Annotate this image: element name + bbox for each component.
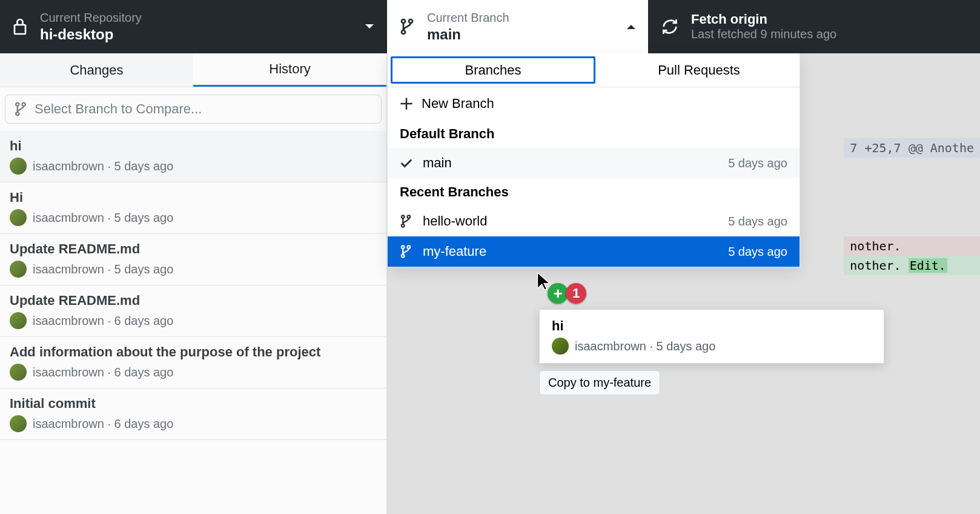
- commit-item[interactable]: Initial commit isaacmbrown · 6 days ago: [0, 389, 386, 440]
- plus-badge-icon: +: [548, 283, 568, 304]
- branch-item-hello-world[interactable]: hello-world 5 days ago: [388, 206, 800, 236]
- tab-branches[interactable]: Branches: [391, 56, 595, 84]
- app-header: Current Repository hi-desktop Current Br…: [0, 0, 980, 53]
- svg-point-7: [402, 215, 405, 218]
- branch-icon: [400, 244, 414, 259]
- check-icon: [400, 156, 414, 170]
- branch-dropdown-panel: Branches Pull Requests New Branch Defaul…: [387, 53, 800, 267]
- dragged-commit-card: hi isaacmbrown · 5 days ago: [539, 309, 884, 364]
- svg-point-9: [402, 224, 405, 227]
- count-badge: 1: [566, 283, 586, 304]
- svg-point-8: [407, 215, 410, 218]
- fetch-status: Last fetched 9 minutes ago: [691, 27, 968, 41]
- svg-point-6: [16, 112, 19, 115]
- tab-pull-requests[interactable]: Pull Requests: [598, 53, 800, 87]
- svg-point-12: [402, 255, 405, 258]
- svg-point-4: [16, 103, 19, 106]
- svg-point-1: [402, 19, 405, 23]
- avatar: [10, 364, 27, 381]
- svg-point-5: [22, 103, 25, 106]
- sidebar-tabs: Changes History: [0, 53, 386, 87]
- new-branch-button[interactable]: New Branch: [388, 87, 800, 120]
- recent-branches-header: Recent Branches: [388, 178, 800, 206]
- tab-history[interactable]: History: [193, 53, 386, 87]
- branch-item-my-feature[interactable]: my-feature 5 days ago: [388, 236, 800, 267]
- commit-item[interactable]: Update README.md isaacmbrown · 6 days ag…: [0, 285, 386, 337]
- avatar: [10, 158, 27, 175]
- repo-label: Current Repository: [40, 11, 365, 25]
- svg-rect-0: [15, 25, 25, 34]
- default-branch-header: Default Branch: [388, 120, 800, 148]
- current-branch-selector[interactable]: Current Branch main: [387, 0, 649, 53]
- sync-icon: [661, 18, 679, 36]
- commit-item[interactable]: hi isaacmbrown · 5 days ago: [0, 131, 386, 182]
- lock-icon: [12, 18, 28, 36]
- repo-name: hi-desktop: [40, 26, 365, 43]
- branch-label: Current Branch: [427, 11, 626, 25]
- chevron-up-icon: [626, 21, 636, 32]
- svg-point-10: [402, 245, 405, 249]
- svg-point-11: [407, 245, 410, 249]
- branch-icon: [400, 214, 414, 229]
- commit-item[interactable]: Add information about the purpose of the…: [0, 337, 386, 389]
- drag-cursor: + 1: [537, 272, 586, 304]
- commit-list: hi isaacmbrown · 5 days ago Hi isaacmbro…: [0, 131, 386, 440]
- commit-item[interactable]: Update README.md isaacmbrown · 5 days ag…: [0, 234, 386, 285]
- avatar: [10, 312, 27, 329]
- fetch-title: Fetch origin: [691, 12, 968, 27]
- avatar: [552, 338, 569, 355]
- svg-point-2: [409, 19, 412, 23]
- dropdown-tabs: Branches Pull Requests: [388, 53, 800, 87]
- history-sidebar: Changes History Select Branch to Compare…: [0, 53, 387, 514]
- fetch-origin-button[interactable]: Fetch origin Last fetched 9 minutes ago: [649, 0, 980, 53]
- avatar: [10, 209, 27, 226]
- copy-tooltip: Copy to my-feature: [539, 370, 660, 395]
- branch-icon: [399, 18, 415, 36]
- chevron-down-icon: [365, 21, 374, 32]
- avatar: [10, 415, 27, 432]
- branch-name: main: [427, 26, 626, 43]
- branch-item-main[interactable]: main 5 days ago: [388, 148, 800, 178]
- avatar: [10, 261, 27, 278]
- commit-item[interactable]: Hi isaacmbrown · 5 days ago: [0, 182, 386, 234]
- tab-changes[interactable]: Changes: [0, 53, 193, 87]
- compare-branch-select[interactable]: Select Branch to Compare...: [5, 95, 382, 124]
- current-repository-selector[interactable]: Current Repository hi-desktop: [0, 0, 387, 53]
- svg-point-3: [402, 30, 405, 34]
- drag-commit-title: hi: [552, 318, 872, 334]
- compare-placeholder: Select Branch to Compare...: [35, 101, 202, 117]
